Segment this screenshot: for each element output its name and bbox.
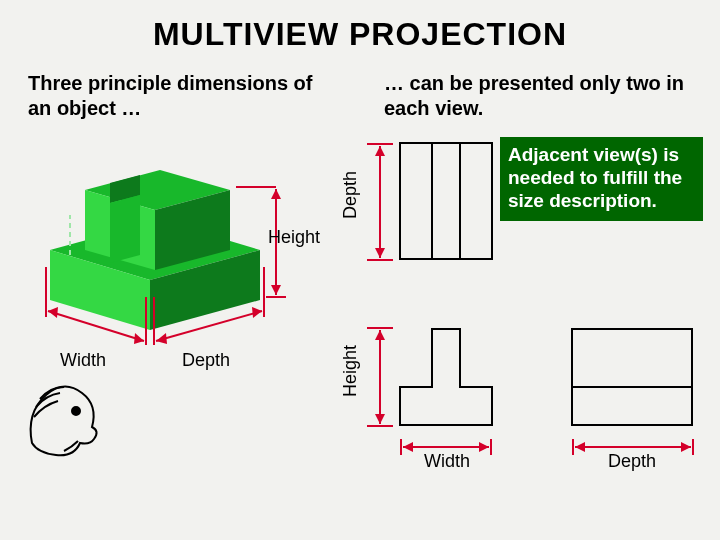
svg-marker-49 (681, 442, 691, 452)
svg-marker-18 (252, 307, 262, 318)
svg-point-32 (72, 407, 80, 415)
svg-marker-43 (403, 442, 413, 452)
svg-marker-22 (271, 189, 281, 199)
diagram-stage: Height Width Depth Depth Adjacent view(s… (0, 127, 720, 540)
svg-marker-13 (134, 333, 144, 344)
observer-icon (20, 373, 108, 463)
svg-marker-44 (479, 442, 489, 452)
subhead-row: Three principle dimensions of an object … (0, 53, 720, 127)
svg-marker-23 (271, 285, 281, 295)
svg-marker-30 (375, 146, 385, 156)
top-view-depth-dim (365, 141, 395, 263)
svg-marker-38 (375, 330, 385, 340)
svg-marker-7 (110, 195, 140, 263)
front-view (398, 327, 518, 427)
svg-marker-39 (375, 414, 385, 424)
side-view (570, 327, 700, 427)
top-view-depth-label: Depth (340, 171, 361, 219)
svg-marker-48 (575, 442, 585, 452)
iso-width-label: Width (60, 350, 106, 371)
side-view-depth-label: Depth (608, 451, 656, 472)
svg-marker-17 (156, 333, 167, 344)
subhead-right: … can be presented only two in each view… (384, 71, 692, 121)
front-view-width-label: Width (424, 451, 470, 472)
adjacent-views-callout: Adjacent view(s) is needed to fulfill th… (500, 137, 703, 221)
svg-marker-31 (375, 248, 385, 258)
svg-rect-33 (572, 329, 692, 425)
subhead-left: Three principle dimensions of an object … (28, 71, 336, 121)
iso-height-label: Height (268, 227, 320, 248)
svg-rect-24 (400, 143, 492, 259)
front-view-height-dim (365, 325, 395, 429)
iso-depth-label: Depth (182, 350, 230, 371)
front-view-height-label: Height (340, 345, 361, 397)
page-title: MULTIVIEW PROJECTION (0, 0, 720, 53)
isometric-object (30, 135, 290, 345)
